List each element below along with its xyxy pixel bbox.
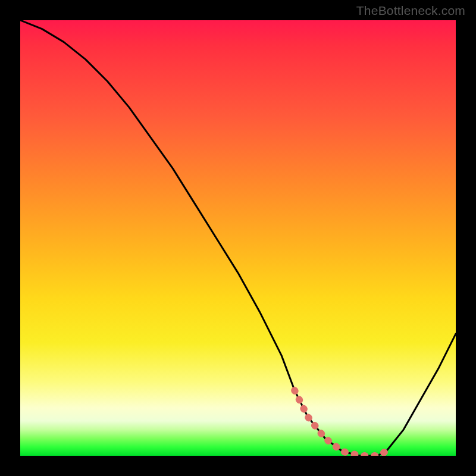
- plot-area: [20, 20, 456, 456]
- chart-frame: TheBottleneck.com: [0, 0, 476, 476]
- bottleneck-curve: [20, 20, 456, 456]
- bottleneck-curve-svg: [20, 20, 456, 456]
- attribution-text: TheBottleneck.com: [356, 4, 465, 18]
- highlight-band: [295, 390, 386, 456]
